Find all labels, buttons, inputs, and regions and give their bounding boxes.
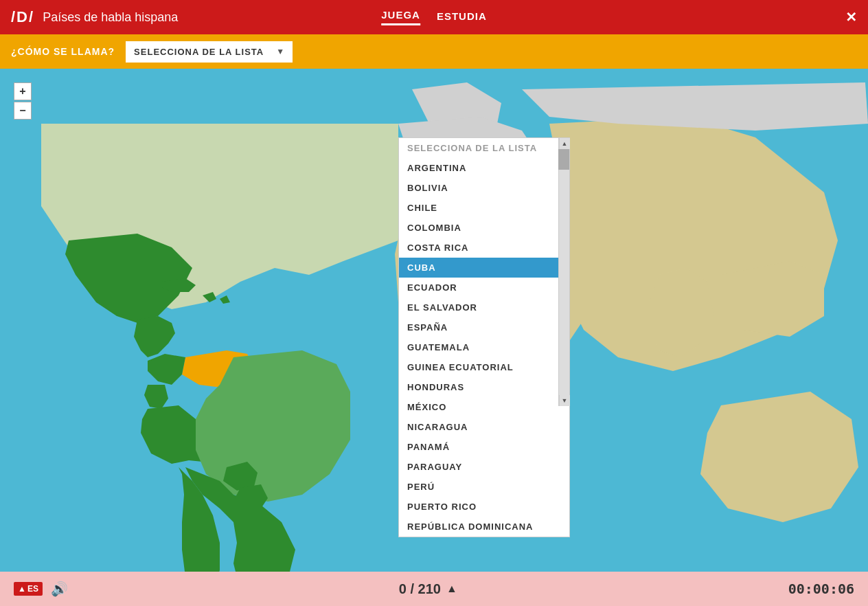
list-item[interactable]: COSTA RICA: [399, 238, 569, 258]
app-title: Países de habla hispana: [43, 10, 178, 25]
list-item[interactable]: PANAMÁ: [399, 437, 569, 457]
footer: ▲ ES 🔊 0 / 210 ▲ 00:00:06: [0, 572, 868, 606]
dropdown-container: SELECCIONA DE LA LISTA ▼: [126, 41, 293, 63]
country-select[interactable]: SELECCIONA DE LA LISTA: [126, 41, 293, 63]
nav-estudia[interactable]: ESTUDIA: [437, 10, 487, 25]
map-area: + −: [0, 69, 868, 606]
scrollbar-track: ▲ ▼: [558, 138, 569, 406]
list-item[interactable]: ARGENTINA: [399, 158, 569, 178]
zoom-out-button[interactable]: −: [14, 102, 32, 120]
list-item[interactable]: PUERTO RICO: [399, 497, 569, 517]
list-item[interactable]: GUINEA ECUATORIAL: [399, 357, 569, 377]
speaker-icon[interactable]: 🔊: [51, 581, 68, 597]
score-display: 0 / 210 ▲: [399, 581, 457, 597]
list-item[interactable]: CUBA: [399, 258, 569, 278]
header-nav: JUEGA ESTUDIA: [381, 9, 487, 25]
list-item[interactable]: BOLIVIA: [399, 178, 569, 198]
header: /D/ Países de habla hispana JUEGA ESTUDI…: [0, 0, 868, 34]
scrollbar-up-arrow[interactable]: ▲: [559, 138, 570, 149]
se-asia-map: [721, 261, 824, 337]
footer-left: ▲ ES 🔊: [14, 581, 68, 597]
list-items-container: SELECCIONA DE LA LISTAARGENTINABOLIVIACH…: [399, 138, 569, 537]
list-item[interactable]: PERÚ: [399, 477, 569, 497]
scrollbar-down-arrow[interactable]: ▼: [559, 395, 570, 406]
language-badge[interactable]: ▲ ES: [14, 582, 43, 596]
list-item[interactable]: MÉXICO: [399, 397, 569, 417]
lang-label: ES: [27, 584, 38, 594]
list-item[interactable]: ECUADOR: [399, 278, 569, 298]
list-item[interactable]: GUATEMALA: [399, 337, 569, 357]
list-item[interactable]: SELECCIONA DE LA LISTA: [399, 138, 569, 158]
dropdown-list: SELECCIONA DE LA LISTAARGENTINABOLIVIACH…: [398, 137, 570, 537]
list-item[interactable]: HONDURAS: [399, 377, 569, 397]
list-item[interactable]: NICARAGUA: [399, 417, 569, 437]
score-arrow-icon[interactable]: ▲: [446, 583, 457, 595]
list-item[interactable]: EL SALVADOR: [399, 298, 569, 317]
zoom-in-button[interactable]: +: [14, 82, 32, 100]
question-label: ¿CÓMO SE LLAMA?: [11, 46, 115, 57]
nav-juega[interactable]: JUEGA: [381, 9, 420, 25]
header-left: /D/ Países de habla hispana: [11, 8, 178, 26]
list-item[interactable]: REPÚBLICA DOMINICANA: [399, 517, 569, 537]
close-button[interactable]: ✕: [845, 9, 857, 25]
list-item[interactable]: PARAGUAY: [399, 457, 569, 477]
lang-arrow-icon: ▲: [18, 584, 26, 594]
list-item[interactable]: COLOMBIA: [399, 218, 569, 238]
timer-display: 00:00:06: [788, 581, 854, 597]
list-item[interactable]: CHILE: [399, 198, 569, 218]
logo: /D/: [11, 8, 34, 26]
question-bar: ¿CÓMO SE LLAMA? SELECCIONA DE LA LISTA ▼: [0, 34, 868, 69]
australia-map: [700, 392, 858, 522]
list-item[interactable]: ESPAÑA: [399, 317, 569, 337]
score-value: 0 / 210: [399, 581, 441, 597]
zoom-controls: + −: [14, 82, 32, 120]
scrollbar-thumb[interactable]: [558, 149, 569, 170]
